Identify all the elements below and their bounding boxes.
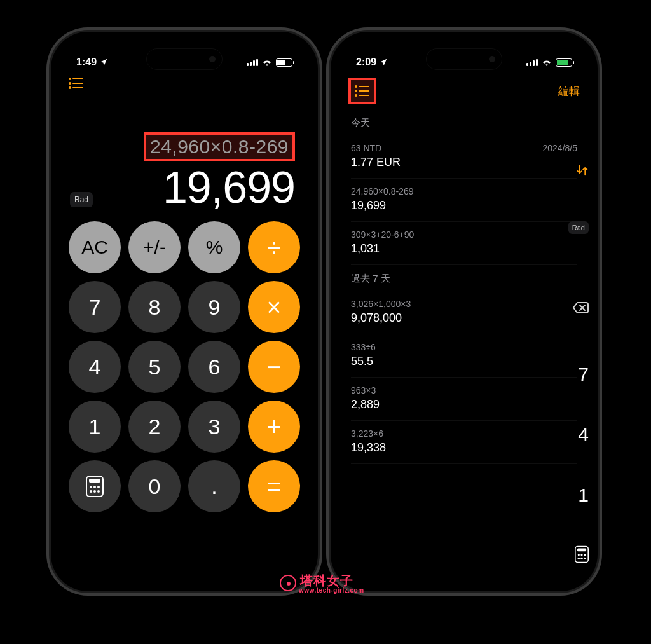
key-6[interactable]: 6 [188, 341, 240, 393]
key-equals[interactable]: = [248, 460, 300, 512]
svg-rect-20 [575, 546, 588, 562]
dynamic-island [146, 48, 223, 70]
watermark-icon [280, 575, 296, 591]
svg-point-2 [69, 83, 71, 84]
section-title-past7: 過去 7 天 [351, 273, 577, 285]
key-multiply[interactable]: × [248, 281, 300, 333]
svg-point-22 [578, 554, 580, 556]
expression-text[interactable]: 24,960×0.8-269 [150, 136, 289, 157]
key-9[interactable]: 9 [188, 281, 240, 333]
history-result: 19,699 [351, 199, 577, 212]
status-time: 2:09 [356, 57, 376, 68]
svg-point-10 [97, 486, 100, 488]
cellular-icon [526, 58, 538, 66]
history-expr: 963×3 [351, 385, 376, 395]
screen-calculator: 1:49 [58, 39, 310, 584]
cellular-icon [247, 58, 258, 66]
expression-highlight: 24,960×0.8-269 [144, 132, 295, 161]
history-expr: 309×3+20-6+90 [351, 230, 414, 240]
key-4[interactable]: 4 [69, 341, 121, 393]
history-item[interactable]: 24,960×0.8-269 19,699 [351, 179, 577, 222]
svg-rect-7 [89, 479, 100, 483]
list-icon [355, 85, 370, 97]
calculator-display: 24,960×0.8-269 19,699 Rad [58, 94, 310, 215]
watermark-url: www.tech-girlz.com [299, 587, 364, 594]
key-3[interactable]: 3 [188, 401, 240, 453]
history-expr: 3,026×1,000×3 [351, 299, 411, 309]
history-item[interactable]: 309×3+20-6+90 1,031 [351, 222, 577, 265]
svg-point-0 [69, 78, 71, 79]
result-text[interactable]: 19,699 [74, 165, 295, 210]
rad-badge[interactable]: Rad [70, 192, 93, 207]
screen-history: 2:09 [338, 39, 590, 584]
key-0[interactable]: 0 [128, 460, 181, 512]
svg-point-4 [69, 87, 71, 88]
key-1[interactable]: 1 [69, 401, 121, 453]
key-5[interactable]: 5 [128, 341, 181, 393]
location-arrow-icon [379, 58, 388, 67]
history-list-highlight [348, 78, 376, 104]
history-item[interactable]: 333÷6 55.5 [351, 334, 577, 378]
svg-point-14 [355, 86, 357, 87]
swap-icon [576, 164, 589, 177]
watermark: 塔科女子 www.tech-girlz.com [280, 572, 364, 594]
history-list-button[interactable] [69, 78, 84, 89]
history-list[interactable]: 今天 63 NTD 2024/8/5 1.77 EUR 24,960×0.8-2… [338, 109, 590, 584]
dynamic-island [426, 48, 502, 70]
key-percent[interactable]: % [188, 221, 240, 273]
history-date: 2024/8/5 [543, 143, 578, 153]
calculator-topbar [58, 74, 310, 94]
svg-point-23 [580, 554, 582, 556]
wifi-icon [262, 58, 272, 66]
history-result: 19,338 [351, 441, 577, 455]
keypad: AC +/- % ÷ 7 8 9 × 4 5 6 − 1 2 3 + [58, 215, 310, 528]
history-topbar: 編輯 [338, 74, 590, 109]
key-plus[interactable]: + [248, 401, 300, 453]
svg-point-26 [580, 558, 582, 559]
calculator-grid-icon [86, 476, 104, 497]
key-8[interactable]: 8 [128, 281, 181, 333]
edit-button[interactable]: 編輯 [558, 84, 580, 99]
peek-key-7: 7 [578, 364, 589, 385]
svg-point-16 [355, 90, 357, 92]
key-plus-minus[interactable]: +/- [128, 221, 181, 273]
key-calculator-mode[interactable] [69, 460, 121, 512]
battery-icon [276, 58, 292, 67]
status-time: 1:49 [76, 57, 97, 68]
history-result: 55.5 [351, 355, 577, 368]
svg-point-9 [93, 486, 96, 488]
history-list-button[interactable] [355, 85, 370, 97]
section-title-today: 今天 [351, 117, 577, 129]
peek-calculator-icon [575, 545, 589, 563]
history-item[interactable]: 3,026×1,000×3 9,078,000 [351, 291, 577, 334]
history-item[interactable]: 963×3 2,889 [351, 378, 577, 421]
history-result: 1,031 [351, 242, 577, 256]
svg-point-24 [584, 554, 586, 556]
key-dot[interactable]: . [188, 460, 240, 512]
key-7[interactable]: 7 [69, 281, 121, 333]
key-divide[interactable]: ÷ [248, 221, 300, 273]
history-expr: 24,960×0.8-269 [351, 186, 413, 196]
svg-point-8 [90, 486, 92, 488]
history-result: 9,078,000 [351, 312, 577, 325]
location-arrow-icon [99, 58, 108, 67]
key-minus[interactable]: − [248, 341, 300, 393]
svg-point-13 [97, 490, 100, 493]
history-result: 1.77 EUR [351, 156, 577, 169]
battery-charging-icon [556, 58, 572, 67]
list-icon [69, 78, 84, 89]
history-expr: 333÷6 [351, 342, 376, 352]
svg-point-25 [578, 558, 580, 559]
phone-frame-left: 1:49 [51, 32, 318, 591]
svg-point-11 [90, 490, 92, 493]
history-item[interactable]: 63 NTD 2024/8/5 1.77 EUR [351, 135, 577, 179]
history-expr: 63 NTD [351, 143, 381, 153]
svg-point-12 [93, 490, 96, 493]
peek-key-1: 1 [578, 484, 589, 506]
svg-point-18 [355, 95, 357, 96]
key-2[interactable]: 2 [128, 401, 181, 453]
history-item[interactable]: 3,223×6 19,338 [351, 421, 577, 464]
history-result: 2,889 [351, 398, 577, 411]
svg-rect-21 [577, 549, 586, 552]
key-ac[interactable]: AC [69, 221, 121, 273]
